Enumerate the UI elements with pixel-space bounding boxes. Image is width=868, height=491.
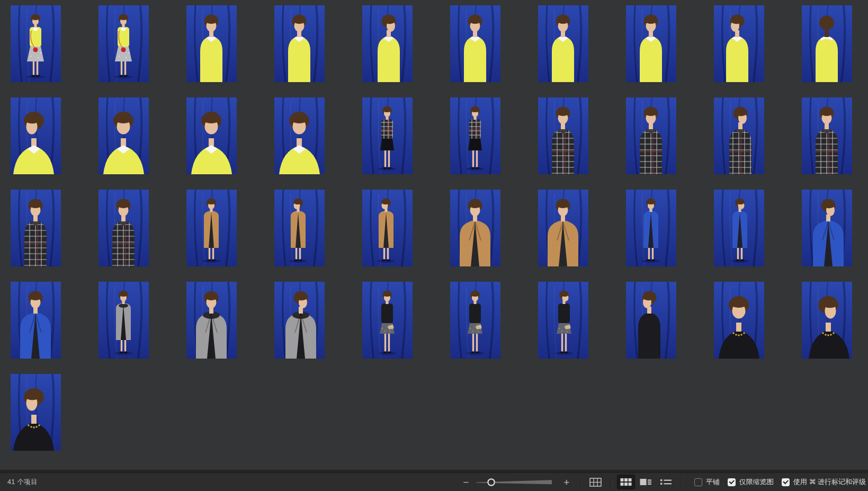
photo-thumbnail[interactable]: [99, 190, 149, 266]
photo-thumbnail[interactable]: [186, 5, 237, 82]
thumbnails-only-toggle[interactable]: 仅限缩览图: [728, 477, 774, 487]
thumbnail-grid: [0, 0, 868, 451]
zoom-slider[interactable]: [474, 476, 559, 488]
photo-thumbnail[interactable]: [714, 282, 764, 359]
photo-thumbnail[interactable]: [362, 97, 413, 174]
photo-thumbnail[interactable]: [714, 97, 764, 174]
thumbnail-grid-icon: [620, 478, 632, 486]
photo-thumbnail[interactable]: [274, 97, 325, 174]
status-bar: 41 个项目 − +: [0, 473, 868, 491]
photo-thumbnail[interactable]: [802, 282, 852, 359]
photo-thumbnail[interactable]: [11, 97, 61, 174]
photo-thumbnail[interactable]: [99, 97, 149, 174]
photo-thumbnail[interactable]: [11, 190, 61, 266]
list-icon: [660, 478, 672, 486]
filmstrip-view-button[interactable]: [637, 475, 655, 489]
cmd-rating-label: 使用 ⌘ 进行标记和评级: [793, 477, 866, 487]
photo-thumbnail[interactable]: [274, 5, 325, 82]
photo-thumbnail[interactable]: [450, 97, 500, 174]
photo-thumbnail[interactable]: [11, 282, 61, 359]
thumbnail-view-button[interactable]: [617, 475, 635, 489]
photo-thumbnail[interactable]: [11, 5, 61, 82]
statusbar-controls: − +: [461, 473, 866, 491]
photo-thumbnail[interactable]: [714, 5, 764, 82]
photo-thumbnail[interactable]: [714, 190, 764, 266]
photo-thumbnail[interactable]: [186, 190, 237, 266]
cmd-rating-checkbox[interactable]: [782, 478, 790, 486]
photo-thumbnail[interactable]: [538, 97, 588, 174]
photo-thumbnail[interactable]: [802, 190, 852, 266]
browser-area: [0, 0, 868, 470]
list-view-button[interactable]: [657, 475, 675, 489]
thumbnail-details-icon: [640, 478, 652, 486]
photo-thumbnail[interactable]: [538, 190, 588, 266]
separator: [611, 476, 611, 488]
tile-checkbox[interactable]: [694, 478, 702, 486]
tile-label: 平铺: [706, 477, 720, 487]
photo-thumbnail[interactable]: [274, 282, 325, 359]
separator: [681, 476, 682, 488]
photo-thumbnail[interactable]: [538, 282, 588, 359]
photo-thumbnail[interactable]: [626, 190, 676, 266]
photo-thumbnail[interactable]: [802, 5, 852, 82]
tile-toggle[interactable]: 平铺: [694, 477, 720, 487]
photo-thumbnail[interactable]: [186, 282, 237, 359]
thumbnails-only-label: 仅限缩览图: [739, 477, 774, 487]
photo-thumbnail[interactable]: [11, 374, 61, 451]
photo-thumbnail[interactable]: [362, 5, 413, 82]
photo-thumbnail[interactable]: [186, 97, 237, 174]
grid-view-button[interactable]: [587, 475, 605, 489]
photo-thumbnail[interactable]: [99, 5, 149, 82]
zoom-out-button[interactable]: −: [461, 477, 471, 487]
cmd-rating-toggle[interactable]: 使用 ⌘ 进行标记和评级: [782, 477, 866, 487]
item-count-label: 41 个项目: [7, 478, 38, 487]
photo-thumbnail[interactable]: [274, 190, 325, 266]
photo-thumbnail[interactable]: [362, 190, 413, 266]
thumbnails-only-checkbox[interactable]: [728, 478, 736, 486]
photo-thumbnail[interactable]: [450, 190, 500, 266]
grid-outline-icon: [589, 478, 602, 487]
photo-thumbnail[interactable]: [626, 282, 676, 359]
zoom-slider-knob[interactable]: [488, 479, 494, 485]
photo-thumbnail[interactable]: [450, 282, 500, 359]
photo-thumbnail[interactable]: [99, 282, 149, 359]
photo-thumbnail[interactable]: [538, 5, 588, 82]
photo-thumbnail[interactable]: [626, 97, 676, 174]
zoom-in-button[interactable]: +: [562, 477, 571, 487]
photo-thumbnail[interactable]: [362, 282, 413, 359]
separator: [580, 476, 581, 488]
photo-thumbnail[interactable]: [626, 5, 676, 82]
photo-thumbnail[interactable]: [802, 97, 852, 174]
photo-thumbnail[interactable]: [450, 5, 500, 82]
